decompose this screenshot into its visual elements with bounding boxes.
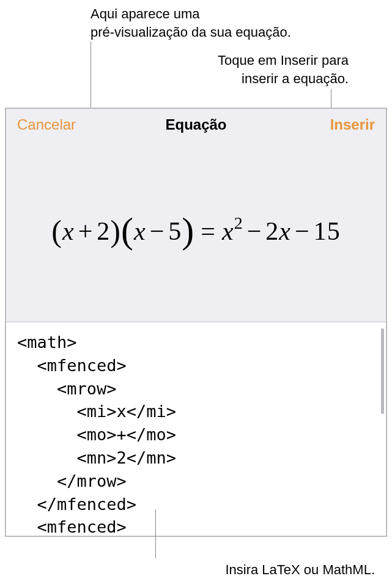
num-5: 5	[168, 217, 182, 245]
var-x-3: x	[222, 217, 234, 245]
close-paren-2: )	[182, 210, 194, 251]
var-x-1: x	[62, 217, 75, 245]
op-minus-1: −	[146, 217, 169, 245]
op-minus-3: −	[291, 217, 314, 245]
callout-preview: Aqui aparece umapré-visualização da sua …	[91, 5, 323, 41]
equation-dialog: Cancelar Equação Inserir (x+2)(x−5)=x2−2…	[5, 108, 387, 537]
num-2: 2	[97, 217, 110, 245]
insert-button[interactable]: Inserir	[330, 116, 375, 133]
equation-preview: (x+2)(x−5)=x2−2x−15	[6, 139, 386, 322]
callout-input: Insira LaTeX ou MathML.	[173, 561, 375, 579]
open-paren-1: (	[51, 214, 62, 248]
equation-code-input[interactable]: <math> <mfenced> <mrow> <mi>x</mi> <mo>+…	[6, 322, 386, 536]
op-equals: =	[194, 217, 222, 245]
var-x-2: x	[134, 217, 146, 245]
open-paren-2: (	[121, 210, 134, 251]
callout-leader-input	[155, 509, 156, 558]
scroll-indicator[interactable]	[381, 328, 384, 414]
coef-2: 2	[265, 217, 279, 245]
close-paren-1: )	[110, 214, 121, 248]
op-plus-1: +	[75, 217, 97, 245]
var-x-4: x	[279, 217, 291, 245]
cancel-button[interactable]: Cancelar	[17, 116, 76, 133]
dialog-title: Equação	[165, 116, 226, 133]
exponent-2: 2	[234, 213, 243, 232]
dialog-header: Cancelar Equação Inserir	[6, 109, 386, 139]
equation-render: (x+2)(x−5)=x2−2x−15	[51, 210, 340, 252]
num-15: 15	[314, 217, 341, 245]
op-minus-2: −	[243, 217, 266, 245]
callout-insert: Toque em Inserir parainserir a equação.	[153, 51, 349, 87]
